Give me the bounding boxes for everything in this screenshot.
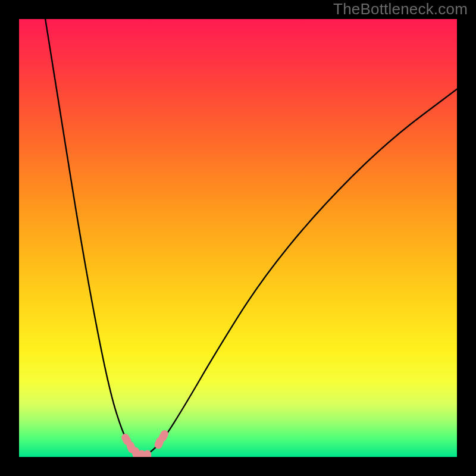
chart-svg [19,19,457,457]
highlight-marker [143,450,151,457]
curve-right-branch [142,89,457,457]
plot-area [19,19,457,457]
watermark-text: TheBottleneck.com [333,0,468,18]
chart-frame: TheBottleneck.com [0,0,476,476]
curve-left-branch [45,19,142,457]
